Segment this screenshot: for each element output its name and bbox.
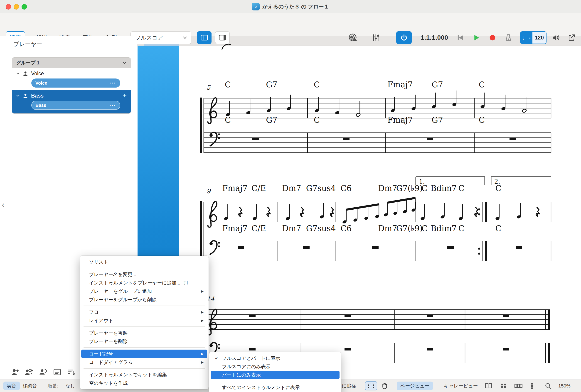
menu-item[interactable]: インストゥルメントをプレーヤーに追加... ⇧I: [81, 279, 207, 287]
menu-item[interactable]: プレーヤーをグループに追加 ▶: [81, 287, 207, 295]
order-label: 順番:: [48, 380, 58, 392]
app-icon: ♪: [252, 3, 260, 10]
menu-item[interactable]: パートにのみ表示: [210, 371, 340, 379]
change-instrument-button[interactable]: [38, 367, 48, 377]
layout-dropdown[interactable]: フルスコア: [130, 31, 191, 44]
follow-label: に追従: [342, 380, 356, 392]
hand-icon: [381, 382, 388, 390]
mixer-button[interactable]: [347, 31, 358, 44]
submenu-arrow-icon: ▶: [201, 360, 204, 364]
external-link-icon: [567, 33, 576, 42]
grid-view-icon[interactable]: [500, 383, 506, 389]
order-value-dropdown[interactable]: なし: [65, 380, 75, 392]
player-group: グループ 1 Voice Voice ···: [12, 57, 131, 114]
playback-engine-button[interactable]: [396, 31, 412, 44]
speaker-icon: [552, 33, 560, 42]
concert-pitch-toggle[interactable]: 実音: [3, 382, 20, 390]
menu-item[interactable]: ✓ フルスコアとパートに表示: [210, 354, 340, 362]
galley-view-button[interactable]: ギャレービュー: [444, 380, 478, 392]
zoom-level[interactable]: 150%: [558, 380, 570, 392]
menu-item[interactable]: インストゥルメントでキットを編集: [81, 371, 207, 379]
volume-button[interactable]: [550, 31, 562, 44]
submenu-arrow-icon: ▶: [201, 289, 204, 293]
menu-item[interactable]: プレーヤーを削除: [81, 337, 207, 346]
tempo-display[interactable]: ♩↕ 120: [520, 31, 546, 44]
submenu-arrow-icon: ▶: [201, 352, 204, 356]
menu-item[interactable]: フルスコアにのみ表示: [210, 362, 340, 371]
hand-tool-button[interactable]: [381, 382, 388, 390]
instrument-card-bass[interactable]: Bass ···: [31, 101, 120, 110]
shortcut-label: ⇧I: [182, 280, 188, 286]
person-icon: [23, 93, 28, 98]
group-name: グループ 1: [16, 60, 122, 66]
two-page-spread-icon[interactable]: [485, 383, 492, 389]
toggle-left-panel-button[interactable]: [197, 31, 212, 44]
toolbar: 設定記譜浄書再生印刷 フルスコア: [0, 13, 581, 36]
list-card-icon: [54, 369, 60, 375]
instrument-menu-icon[interactable]: ···: [110, 102, 116, 108]
rewind-to-start-button[interactable]: [454, 31, 466, 44]
view-options: [485, 380, 533, 392]
zoom-window-button[interactable]: [22, 4, 27, 9]
player-row-voice[interactable]: Voice: [12, 68, 131, 78]
add-instrument-button[interactable]: +: [122, 92, 127, 99]
player-bass: Bass + Bass ···: [12, 90, 131, 113]
person-icon: [23, 71, 28, 76]
sliders-icon: [371, 33, 380, 42]
tempo-note-icon: ♩↕: [521, 32, 532, 43]
menu-item[interactable]: レイアウト ▶: [81, 316, 207, 325]
vertical-pages-icon[interactable]: [530, 383, 533, 389]
collapse-panel-handle[interactable]: ‹: [0, 200, 6, 210]
metronome-button[interactable]: [502, 31, 514, 44]
menu-item: [84, 368, 205, 369]
chord-symbols-submenu: ✓ フルスコアとパートに表示 フルスコアにのみ表示 パートにのみ表示: [209, 352, 341, 392]
instrument-card-voice[interactable]: Voice ···: [31, 78, 120, 87]
play-button[interactable]: [470, 31, 482, 44]
tempo-value: 120: [532, 32, 546, 43]
menu-item[interactable]: プレーヤーをグループから削除: [81, 295, 207, 304]
titlebar: ♪ かえるのうた３ の フロー１: [0, 0, 581, 13]
menu-item[interactable]: 空のキットを作成: [81, 379, 207, 387]
record-button[interactable]: [486, 31, 498, 44]
add-solo-player-button[interactable]: [10, 367, 20, 377]
play-icon: [472, 33, 481, 42]
toggle-right-panel-button[interactable]: [215, 31, 230, 44]
sort-players-button[interactable]: [66, 367, 76, 377]
submenu-arrow-icon: ▶: [201, 310, 204, 314]
close-window-button[interactable]: [6, 4, 11, 9]
zoom-magnifier-icon[interactable]: [545, 383, 552, 390]
instrument-name: Bass: [36, 103, 110, 108]
menu-item[interactable]: コードダイアグラム ▶: [81, 358, 207, 366]
sliders-button[interactable]: [370, 31, 382, 44]
instrument-name: Voice: [36, 80, 110, 86]
transposed-pitch-toggle[interactable]: 移調音: [23, 380, 37, 392]
menu-item[interactable]: フロー ▶: [81, 308, 207, 316]
people-plus-icon: [25, 369, 33, 375]
record-icon: [488, 33, 497, 42]
disclosure-chevron-icon: [16, 72, 20, 75]
person-cycle-icon: [40, 369, 47, 375]
menu-item[interactable]: プレーヤー名を変更...: [81, 270, 207, 279]
player-row-bass[interactable]: Bass +: [12, 91, 131, 101]
menu-item[interactable]: ソリスト: [81, 258, 207, 266]
detach-window-button[interactable]: [566, 31, 577, 44]
horizontal-pages-icon[interactable]: [514, 383, 522, 389]
menu-item: [84, 327, 205, 327]
film-reel-icon: [348, 33, 358, 42]
player-voice: Voice Voice ···: [12, 68, 131, 90]
menu-item[interactable]: すべてのインストゥルメントに表示: [210, 383, 340, 392]
marquee-tool-button[interactable]: [365, 381, 377, 391]
menu-item[interactable]: コード記号 ▶: [81, 350, 207, 358]
player-context-menu: ソリスト プレーヤー名を変更... インストゥルメントをプレーヤーに追加.: [80, 256, 208, 389]
player-group-header[interactable]: グループ 1: [12, 58, 131, 68]
add-section-player-button[interactable]: [24, 367, 34, 377]
instrument-menu-icon[interactable]: ···: [110, 80, 116, 86]
page-view-button[interactable]: ページビュー: [397, 382, 433, 390]
player-name: Bass: [31, 93, 120, 99]
dorico-window: ♪ かえるのうた３ の フロー１ 設定記譜浄書再生印刷 フルスコア: [0, 0, 581, 392]
minimize-window-button[interactable]: [14, 4, 19, 9]
menu-item[interactable]: プレーヤーを複製: [81, 329, 207, 337]
menu-item: [213, 381, 337, 381]
submenu-arrow-icon: ▶: [201, 319, 204, 323]
import-player-button[interactable]: [52, 367, 62, 377]
